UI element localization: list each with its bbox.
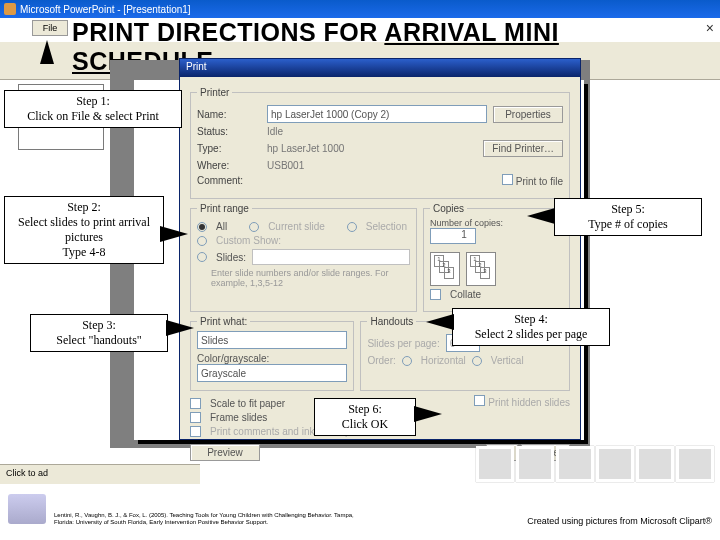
- status-bar: Click to ad: [0, 464, 200, 484]
- range-hint: Enter slide numbers and/or slide ranges.…: [211, 268, 410, 288]
- selection-radio[interactable]: [347, 222, 357, 232]
- vertical-radio[interactable]: [472, 356, 482, 366]
- clipart-2: [516, 446, 554, 482]
- print-to-file-checkbox[interactable]: [502, 174, 513, 185]
- where-label: Where:: [197, 160, 261, 171]
- printer-name-combo[interactable]: hp LaserJet 1000 (Copy 2): [267, 105, 487, 123]
- name-label: Name:: [197, 109, 261, 120]
- step1-arrow: [40, 40, 54, 64]
- custom-label: Custom Show:: [216, 235, 281, 246]
- printer-legend: Printer: [197, 87, 232, 98]
- slides-radio[interactable]: [197, 252, 207, 262]
- frame-label: Frame slides: [210, 412, 267, 423]
- print-what-group: Print what: Slides Color/grayscale: Gray…: [190, 316, 354, 391]
- citation-text: Lentini, R., Vaughn, B. J., & Fox, L. (2…: [54, 512, 354, 526]
- print-to-file-label: Print to file: [516, 176, 563, 187]
- all-radio[interactable]: [197, 222, 207, 232]
- step6-callout: Step 6:Click OK: [314, 398, 416, 436]
- horizontal-label: Horizontal: [421, 355, 466, 366]
- hidden-checkbox[interactable]: [474, 395, 485, 406]
- step5-callout: Step 5:Type # of copies: [554, 198, 702, 236]
- clipart-strip: [476, 446, 714, 482]
- dialog-title: Print: [180, 59, 580, 77]
- step1-callout: Step 1:Click on File & select Print: [4, 90, 182, 128]
- collate-label: Collate: [450, 289, 481, 300]
- collate-preview-1: 123: [430, 252, 460, 286]
- logo-icon: [8, 494, 46, 524]
- find-printer-button[interactable]: Find Printer…: [483, 140, 563, 157]
- comment-label: Comment:: [197, 175, 261, 186]
- comments-checkbox[interactable]: [190, 426, 201, 437]
- clipart-1: [476, 446, 514, 482]
- copies-input[interactable]: 1: [430, 228, 476, 244]
- step2-callout: Step 2:Select slides to print arrival pi…: [4, 196, 164, 264]
- scale-label: Scale to fit paper: [210, 398, 285, 409]
- slides-label: Slides:: [216, 252, 246, 263]
- color-label: Color/grayscale:: [197, 353, 347, 364]
- vertical-label: Vertical: [491, 355, 524, 366]
- horizontal-radio[interactable]: [402, 356, 412, 366]
- close-icon[interactable]: ×: [706, 20, 714, 36]
- clipart-6: [676, 446, 714, 482]
- status-label: Status:: [197, 126, 261, 137]
- step2-arrow: [160, 226, 188, 242]
- step4-callout: Step 4:Select 2 slides per page: [452, 308, 610, 346]
- per-label: Slides per page:: [367, 338, 439, 349]
- app-titlebar: Microsoft PowerPoint - [Presentation1]: [0, 0, 720, 18]
- app-title: Microsoft PowerPoint - [Presentation1]: [20, 4, 191, 15]
- title-prefix: PRINT DIRECTIONS FOR: [72, 18, 384, 46]
- step6-arrow: [414, 406, 442, 422]
- footer-credit: Created using pictures from Microsoft Cl…: [527, 516, 712, 526]
- step4-arrow: [426, 314, 454, 330]
- clipart-5: [636, 446, 674, 482]
- file-menu[interactable]: File: [32, 20, 68, 36]
- clipart-3: [556, 446, 594, 482]
- properties-button[interactable]: Properties: [493, 106, 563, 123]
- range-legend: Print range: [197, 203, 252, 214]
- printer-group: Printer Name: hp LaserJet 1000 (Copy 2) …: [190, 87, 570, 199]
- status-value: Idle: [267, 126, 283, 137]
- print-range-group: Print range All Current slide Selection …: [190, 203, 417, 312]
- print-what-combo[interactable]: Slides: [197, 331, 347, 349]
- clipart-4: [596, 446, 634, 482]
- step3-arrow: [166, 320, 194, 336]
- handouts-legend: Handouts: [367, 316, 416, 327]
- color-combo[interactable]: Grayscale: [197, 364, 347, 382]
- selection-label: Selection: [366, 221, 407, 232]
- copies-legend: Copies: [430, 203, 467, 214]
- collate-preview-2: 123: [466, 252, 496, 286]
- slides-input[interactable]: [252, 249, 410, 265]
- hidden-label: Print hidden slides: [488, 397, 570, 408]
- type-label: Type:: [197, 143, 261, 154]
- preview-button[interactable]: Preview: [190, 444, 260, 461]
- frame-checkbox[interactable]: [190, 412, 201, 423]
- powerpoint-icon: [4, 3, 16, 15]
- scale-checkbox[interactable]: [190, 398, 201, 409]
- step3-callout: Step 3:Select "handouts": [30, 314, 168, 352]
- print-dialog: Print Printer Name: hp LaserJet 1000 (Co…: [179, 58, 581, 440]
- printwhat-legend: Print what:: [197, 316, 250, 327]
- custom-radio[interactable]: [197, 236, 207, 246]
- current-radio[interactable]: [249, 222, 259, 232]
- type-value: hp LaserJet 1000: [267, 143, 344, 154]
- where-value: USB001: [267, 160, 304, 171]
- step5-arrow: [527, 208, 555, 224]
- all-label: All: [216, 221, 227, 232]
- current-label: Current slide: [268, 221, 325, 232]
- order-label: Order:: [367, 355, 395, 366]
- collate-checkbox[interactable]: [430, 289, 441, 300]
